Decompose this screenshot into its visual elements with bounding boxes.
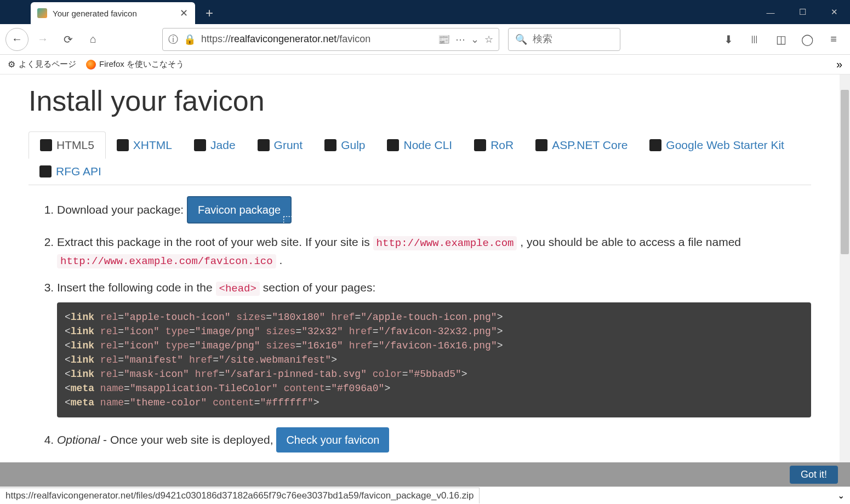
window-titlebar: Your generated favicon ✕ + — ☐ ✕ (0, 0, 850, 24)
tab-node-cli[interactable]: Node CLI (376, 131, 463, 158)
menu-icon[interactable]: ≡ (823, 28, 845, 50)
bookmark-firefox-tips[interactable]: Firefox を使いこなそう (86, 59, 184, 70)
tab-jade[interactable]: Jade (183, 131, 247, 158)
page-actions-icon[interactable]: ⋯ (455, 33, 465, 45)
status-dropdown-icon[interactable]: ⌄ (832, 490, 850, 501)
rfg-api-icon (39, 165, 52, 177)
tab-close-icon[interactable]: ✕ (179, 8, 189, 18)
scrollbar-thumb[interactable] (841, 90, 849, 254)
step-2: Extract this package in the root of your… (57, 233, 811, 269)
page-heading: Install your favicon (28, 84, 811, 117)
tab-xhtml[interactable]: XHTML (106, 131, 183, 158)
sidebar-icon[interactable]: ◫ (770, 28, 792, 50)
lock-icon: 🔒 (184, 33, 196, 45)
install-steps: Download your package: Favicon package ⬚… (57, 196, 811, 453)
tab-asp-net-core[interactable]: ASP.NET Core (524, 131, 638, 158)
page-viewport: Install your favicon HTML5XHTMLJadeGrunt… (0, 75, 840, 463)
bookmark-star-icon[interactable]: ☆ (484, 33, 493, 45)
google-web-starter-kit-icon (649, 139, 661, 151)
account-icon[interactable]: ◯ (796, 28, 818, 50)
reload-button[interactable]: ⟳ (57, 28, 79, 50)
node-cli-icon (387, 139, 399, 151)
home-button[interactable]: ⌂ (82, 28, 104, 50)
downloads-icon[interactable]: ⬇ (717, 28, 739, 50)
gulp-icon (324, 139, 336, 151)
bookmarks-overflow-icon[interactable]: » (836, 58, 842, 71)
minimize-button[interactable]: — (755, 0, 786, 24)
library-icon[interactable]: ⫼ (744, 28, 766, 50)
window-controls: — ☐ ✕ (755, 0, 850, 24)
step-1: Download your package: Favicon package ⬚ (57, 196, 811, 224)
browser-tab[interactable]: Your generated favicon ✕ (31, 2, 195, 24)
notice-banner: Got it! (0, 462, 850, 486)
tab-ror[interactable]: RoR (463, 131, 524, 158)
tab-title: Your generated favicon (53, 9, 179, 18)
url-bar[interactable]: ⓘ 🔒 https://realfavicongenerator.net/fav… (162, 28, 499, 51)
asp-net-core-icon (535, 139, 547, 151)
html5-icon (40, 139, 52, 151)
search-input[interactable] (533, 33, 613, 45)
step-4: Optional - Once your web site is deploye… (57, 427, 811, 453)
platform-tabs: HTML5XHTMLJadeGruntGulpNode CLIRoRASP.NE… (28, 131, 811, 185)
check-favicon-button[interactable]: Check your favicon (276, 427, 389, 453)
search-icon: 🔍 (515, 33, 527, 45)
tab-html5[interactable]: HTML5 (28, 131, 106, 159)
tab-grunt[interactable]: Grunt (247, 131, 314, 158)
jade-icon (194, 139, 206, 151)
bookmark-frequent[interactable]: ⚙ よく見るページ (8, 59, 76, 70)
favicon-url-code: http://www.example.com/favicon.ico (57, 254, 276, 268)
maximize-button[interactable]: ☐ (786, 0, 818, 24)
navigation-toolbar: ← → ⟳ ⌂ ⓘ 🔒 https://realfavicongenerator… (0, 24, 850, 55)
search-bar[interactable]: 🔍 (508, 28, 620, 51)
status-url: https://realfavicongenerator.net/files/d… (0, 488, 480, 503)
got-it-button[interactable]: Got it! (790, 466, 838, 484)
status-bar: https://realfavicongenerator.net/files/d… (0, 486, 850, 504)
info-icon[interactable]: ⓘ (168, 33, 178, 46)
reader-mode-icon[interactable]: 📰 (438, 33, 450, 45)
step-3: Insert the following code in the <head> … (57, 279, 811, 417)
ror-icon (474, 139, 486, 151)
back-button[interactable]: ← (5, 28, 28, 51)
tab-gulp[interactable]: Gulp (313, 131, 376, 158)
firefox-icon (86, 60, 96, 70)
url-text: https://realfavicongenerator.net/favicon (201, 33, 432, 45)
vertical-scrollbar[interactable] (840, 75, 850, 463)
bookmarks-bar: ⚙ よく見るページ Firefox を使いこなそう » (0, 55, 850, 75)
code-block[interactable]: <link rel="apple-touch-icon" sizes="180x… (57, 302, 811, 418)
tab-rfg-api[interactable]: RFG API (28, 158, 112, 185)
cursor-icon: ⬚ (282, 211, 294, 229)
head-tag-code: <head> (216, 282, 260, 296)
grunt-icon (258, 139, 270, 151)
close-window-button[interactable]: ✕ (818, 0, 850, 24)
xhtml-icon (117, 139, 129, 151)
tab-favicon-icon (37, 8, 47, 18)
tab-google-web-starter-kit[interactable]: Google Web Starter Kit (638, 131, 795, 158)
forward-button[interactable]: → (32, 28, 54, 50)
new-tab-button[interactable]: + (201, 4, 218, 22)
example-url-code: http://www.example.com (373, 236, 517, 250)
pocket-icon[interactable]: ⌄ (471, 33, 479, 45)
favicon-package-button[interactable]: Favicon package ⬚ (187, 196, 292, 224)
page-content: Install your favicon HTML5XHTMLJadeGrunt… (0, 84, 840, 453)
gear-icon: ⚙ (8, 59, 15, 70)
